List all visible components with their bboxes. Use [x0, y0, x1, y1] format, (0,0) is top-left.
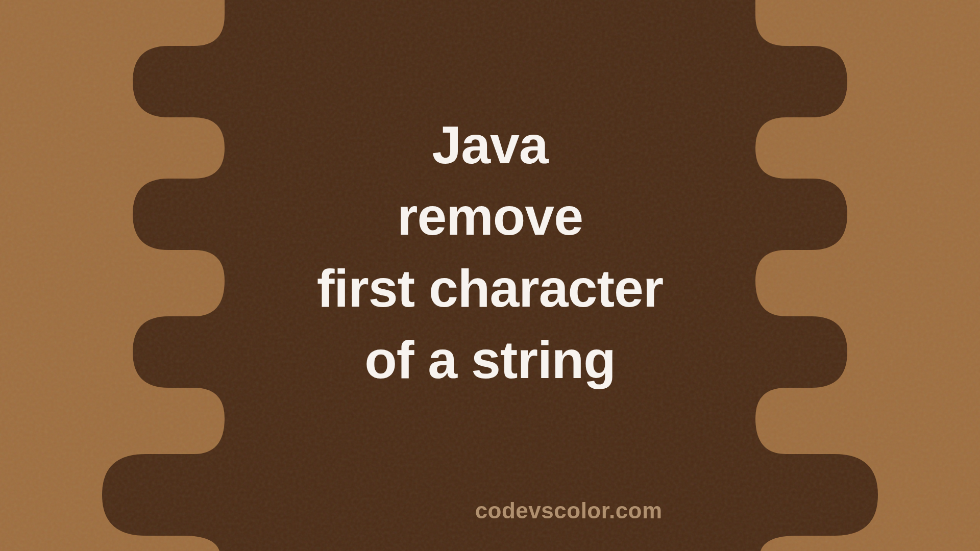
title-line-2: remove — [317, 181, 664, 253]
title-line-4: of a string — [317, 324, 664, 395]
title-line-1: Java — [317, 109, 664, 181]
title-line-3: first character — [317, 253, 664, 324]
attribution-text: codevscolor.com — [475, 498, 663, 523]
title-block: Java remove first character of a string — [317, 109, 664, 396]
